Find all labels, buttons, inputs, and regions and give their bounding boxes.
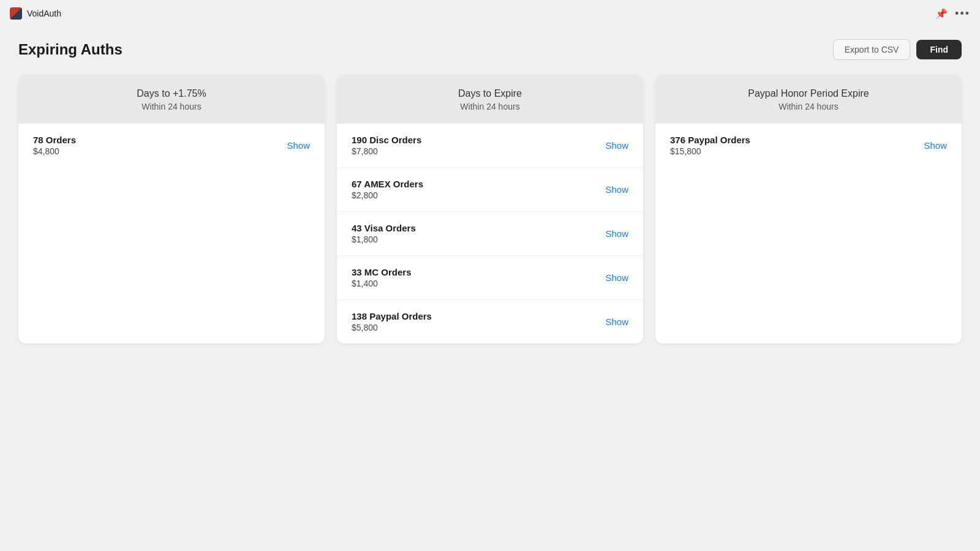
card-row-info-days-expire-1: 67 AMEX Orders$2,800	[352, 179, 423, 200]
titlebar-left: VoidAuth	[10, 7, 61, 20]
find-button[interactable]: Find	[916, 40, 962, 59]
card-row-info-paypal-honor-0: 376 Paypal Orders$15,800	[670, 135, 750, 156]
card-row-days-expire-4: 138 Paypal Orders$5,800Show	[337, 300, 643, 343]
card-row-days-expire-0: 190 Disc Orders$7,800Show	[337, 124, 643, 168]
card-header-subtitle-days-expire: Within 24 hours	[352, 102, 628, 111]
card-row-days-plus-0: 78 Orders$4,800Show	[18, 124, 325, 167]
card-row-value-days-expire-3: $1,400	[352, 279, 412, 288]
show-link-days-expire-2[interactable]: Show	[605, 228, 628, 239]
card-row-value-days-expire-2: $1,800	[352, 234, 416, 244]
app-title: VoidAuth	[27, 9, 61, 18]
page-title: Expiring Auths	[18, 41, 123, 58]
card-row-info-days-expire-4: 138 Paypal Orders$5,800	[352, 311, 432, 332]
show-link-days-expire-0[interactable]: Show	[605, 140, 628, 151]
page-header: Expiring Auths Export to CSV Find	[18, 39, 962, 60]
card-header-title-days-expire: Days to Expire	[352, 87, 628, 100]
card-row-days-expire-1: 67 AMEX Orders$2,800Show	[337, 168, 643, 212]
titlebar-right: 📌 •••	[935, 7, 970, 20]
card-header-paypal-honor: Paypal Honor Period ExpireWithin 24 hour…	[655, 75, 962, 124]
card-days-expire: Days to ExpireWithin 24 hours190 Disc Or…	[337, 75, 643, 343]
card-header-subtitle-paypal-honor: Within 24 hours	[670, 102, 947, 111]
card-body-days-plus: 78 Orders$4,800Show	[18, 124, 325, 167]
card-row-info-days-expire-0: 190 Disc Orders$7,800	[352, 135, 421, 156]
card-row-days-expire-3: 33 MC Orders$1,400Show	[337, 256, 643, 300]
card-row-value-days-plus-0: $4,800	[33, 146, 76, 156]
card-header-subtitle-days-plus: Within 24 hours	[33, 102, 310, 111]
card-days-plus: Days to +1.75%Within 24 hours78 Orders$4…	[18, 75, 325, 343]
card-row-title-paypal-honor-0: 376 Paypal Orders	[670, 135, 750, 145]
export-csv-button[interactable]: Export to CSV	[833, 39, 911, 60]
main-content: Expiring Auths Export to CSV Find Days t…	[0, 27, 980, 356]
card-row-value-paypal-honor-0: $15,800	[670, 146, 750, 156]
show-link-days-expire-1[interactable]: Show	[605, 184, 628, 195]
header-actions: Export to CSV Find	[833, 39, 962, 60]
card-row-info-days-plus-0: 78 Orders$4,800	[33, 135, 76, 156]
card-row-title-days-expire-4: 138 Paypal Orders	[352, 311, 432, 321]
card-row-info-days-expire-2: 43 Visa Orders$1,800	[352, 223, 416, 244]
card-row-title-days-expire-2: 43 Visa Orders	[352, 223, 416, 233]
more-icon[interactable]: •••	[955, 7, 970, 20]
card-row-paypal-honor-0: 376 Paypal Orders$15,800Show	[655, 124, 962, 167]
show-link-days-plus-0[interactable]: Show	[287, 140, 310, 151]
card-row-title-days-plus-0: 78 Orders	[33, 135, 76, 145]
show-link-paypal-honor-0[interactable]: Show	[924, 140, 947, 151]
card-body-days-expire: 190 Disc Orders$7,800Show67 AMEX Orders$…	[337, 124, 643, 343]
card-row-title-days-expire-3: 33 MC Orders	[352, 267, 412, 277]
titlebar: VoidAuth 📌 •••	[0, 0, 980, 27]
card-row-info-days-expire-3: 33 MC Orders$1,400	[352, 267, 412, 288]
cards-row: Days to +1.75%Within 24 hours78 Orders$4…	[18, 75, 962, 343]
pin-icon[interactable]: 📌	[935, 8, 948, 20]
card-header-title-paypal-honor: Paypal Honor Period Expire	[670, 87, 947, 100]
show-link-days-expire-4[interactable]: Show	[605, 317, 628, 327]
card-header-days-expire: Days to ExpireWithin 24 hours	[337, 75, 643, 124]
card-row-days-expire-2: 43 Visa Orders$1,800Show	[337, 212, 643, 256]
card-header-days-plus: Days to +1.75%Within 24 hours	[18, 75, 325, 124]
card-header-title-days-plus: Days to +1.75%	[33, 87, 310, 100]
card-row-title-days-expire-0: 190 Disc Orders	[352, 135, 421, 145]
app-icon	[10, 7, 22, 20]
card-row-value-days-expire-0: $7,800	[352, 146, 421, 156]
card-row-value-days-expire-4: $5,800	[352, 323, 432, 332]
card-paypal-honor: Paypal Honor Period ExpireWithin 24 hour…	[655, 75, 962, 343]
card-row-value-days-expire-1: $2,800	[352, 190, 423, 200]
show-link-days-expire-3[interactable]: Show	[605, 272, 628, 283]
card-body-paypal-honor: 376 Paypal Orders$15,800Show	[655, 124, 962, 167]
card-row-title-days-expire-1: 67 AMEX Orders	[352, 179, 423, 189]
